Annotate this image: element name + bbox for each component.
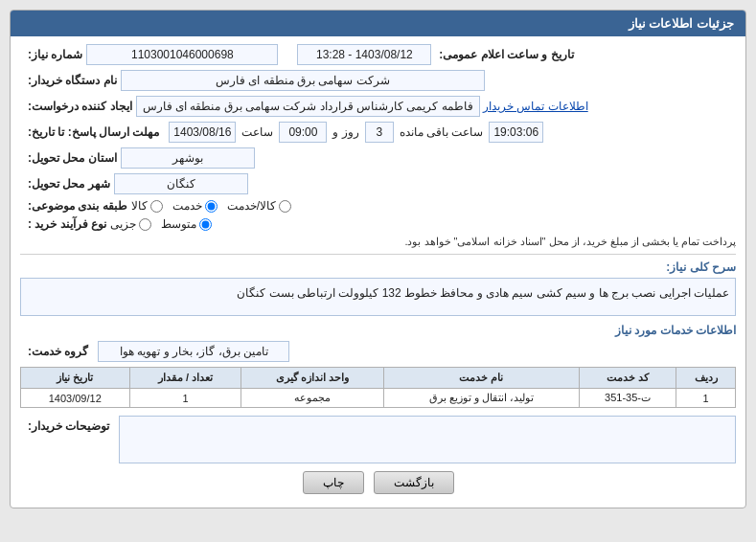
process-medium-option: متوسط bbox=[161, 217, 212, 231]
response-time-label: ساعت bbox=[241, 125, 273, 139]
process-part-option: جزیی bbox=[110, 217, 151, 231]
service-group-value: تامین برق، گاز، بخار و تهویه هوا bbox=[98, 341, 289, 362]
both-option: کالا/خدمت bbox=[227, 199, 291, 213]
tender-number-label: شماره نیاز: bbox=[28, 48, 82, 61]
panel-title: جزئیات اطلاعات نیاز bbox=[11, 11, 745, 36]
process-medium-radio[interactable] bbox=[199, 218, 212, 231]
col-header-date: تاریخ نیاز bbox=[21, 368, 130, 389]
response-day-value: 3 bbox=[365, 122, 394, 143]
service-radio[interactable] bbox=[205, 200, 218, 213]
response-deadline-label: مهلت ارسال پاسخ: تا تاریخ: bbox=[28, 125, 159, 139]
response-date: 1403/08/16 bbox=[169, 122, 236, 143]
response-remaining-label: ساعت باقی مانده bbox=[400, 125, 484, 139]
province-label: استان محل تحویل: bbox=[28, 151, 117, 165]
process-part-label: جزیی bbox=[110, 217, 136, 231]
tender-number-value: 1103001046000698 bbox=[86, 44, 278, 65]
col-header-code: کد خدمت bbox=[579, 368, 676, 389]
table-row: 1 ت-35-351 تولید، انتقال و توزیع برق مجم… bbox=[21, 389, 736, 408]
response-remaining-value: 19:03:06 bbox=[489, 122, 543, 143]
col-header-rownum: ردیف bbox=[676, 368, 736, 389]
response-time-value: 09:00 bbox=[279, 122, 327, 143]
print-button[interactable]: چاپ bbox=[303, 471, 364, 494]
goods-type-label: طبقه بندی موضوعی: bbox=[28, 199, 127, 213]
announce-date-value: 1403/08/12 - 13:28 bbox=[297, 44, 431, 65]
services-table: ردیف کد خدمت نام خدمت واحد اندازه گیری ت… bbox=[20, 367, 736, 408]
announce-date-label: تاریخ و ساعت اعلام عمومی: bbox=[439, 48, 573, 61]
col-header-unit: واحد اندازه گیری bbox=[241, 368, 384, 389]
process-part-radio[interactable] bbox=[139, 218, 151, 231]
buyer-org-value: شرکت سهامی برق منطقه ای فارس bbox=[121, 70, 485, 91]
buyer-notes-box bbox=[119, 416, 736, 463]
cell-name: تولید، انتقال و توزیع برق bbox=[384, 389, 580, 408]
creator-value: فاطمه کریمی کارشناس قرارداد شرکت سهامی ب… bbox=[136, 96, 480, 117]
service-option: خدمت bbox=[172, 199, 218, 213]
process-label: نوع فرآیند خرید : bbox=[28, 217, 106, 231]
process-medium-label: متوسط bbox=[161, 217, 196, 231]
city-value: کنگان bbox=[114, 173, 248, 194]
contact-link[interactable]: اطلاعات تماس خریدار bbox=[483, 100, 588, 113]
cell-code: ت-35-351 bbox=[579, 389, 676, 408]
cell-date: 1403/09/12 bbox=[21, 389, 130, 408]
col-header-name: نام خدمت bbox=[384, 368, 580, 389]
creator-label: ایجاد کننده درخواست: bbox=[28, 100, 132, 113]
buyer-org-label: نام دستگاه خریدار: bbox=[28, 74, 117, 87]
cell-rownum: 1 bbox=[676, 389, 736, 408]
service-group-label: گروه خدمت: bbox=[28, 345, 88, 358]
both-label: کالا/خدمت bbox=[227, 199, 276, 213]
description-text: عملیات اجرایی نصب برج ها و سیم کشی سیم ه… bbox=[20, 278, 736, 316]
buyer-notes-label: توضیحات خریدار: bbox=[28, 419, 109, 433]
goods-radio[interactable] bbox=[150, 200, 163, 213]
col-header-qty: تعداد / مقدار bbox=[129, 368, 241, 389]
payment-note: پرداخت تمام یا بخشی از مبلغ خرید، از محل… bbox=[20, 236, 736, 248]
cell-unit: مجموعه bbox=[241, 389, 384, 408]
both-radio[interactable] bbox=[279, 200, 291, 213]
response-day-label: روز و bbox=[332, 125, 358, 139]
goods-option: کالا bbox=[131, 199, 163, 213]
back-button[interactable]: بازگشت bbox=[374, 471, 454, 494]
description-section-title: سرح کلی نیاز: bbox=[20, 260, 736, 274]
cell-qty: 1 bbox=[129, 389, 241, 408]
buyer-notes-section: توضیحات خریدار: bbox=[20, 416, 736, 463]
city-label: شهر محل تحویل: bbox=[28, 177, 110, 191]
service-label: خدمت bbox=[172, 199, 202, 213]
button-row: بازگشت چاپ bbox=[20, 471, 736, 500]
province-value: بوشهر bbox=[121, 147, 255, 169]
services-section-title: اطلاعات خدمات مورد نیاز bbox=[20, 324, 736, 337]
goods-label: کالا bbox=[131, 199, 148, 213]
